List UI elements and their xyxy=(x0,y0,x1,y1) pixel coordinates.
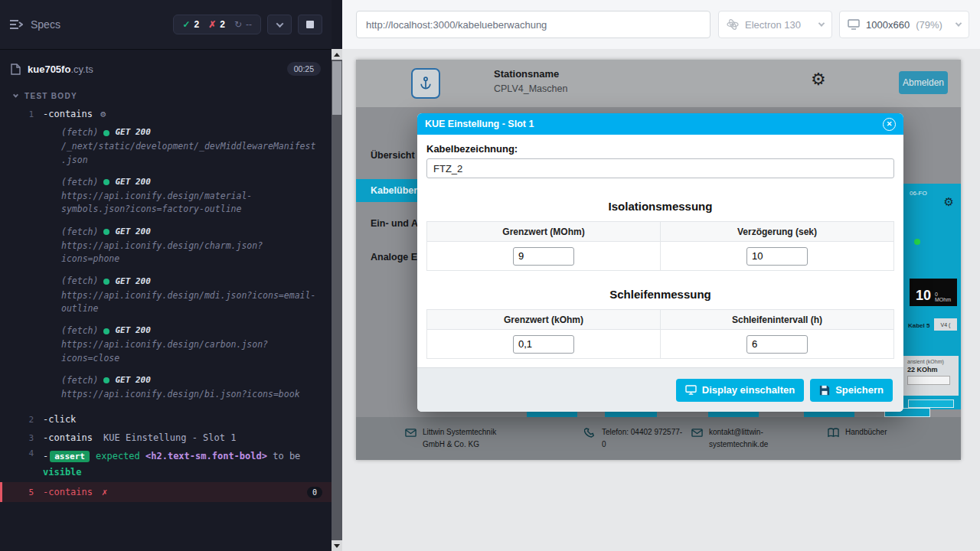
command-number: 5 xyxy=(2,487,43,497)
collapse-all-button[interactable] xyxy=(267,15,292,34)
specs-label[interactable]: Specs xyxy=(31,18,60,31)
settings-gear-icon[interactable]: ⚙ xyxy=(811,71,826,88)
assert-mid: to be xyxy=(273,451,300,461)
logout-button[interactable]: Abmelden xyxy=(899,71,948,94)
viewport-select[interactable]: 1000x660 (79%) xyxy=(839,11,969,38)
measurement-input[interactable] xyxy=(907,376,950,385)
close-icon[interactable]: ✕ xyxy=(883,118,896,131)
command-number: 4 xyxy=(0,448,43,458)
fetch-url: https://api.iconify.design/material-symb… xyxy=(61,190,318,217)
spec-row[interactable]: kue705fo.cy.ts 00:25 xyxy=(0,52,332,86)
iso-grenzwert-input[interactable] xyxy=(513,247,574,266)
electron-icon xyxy=(727,18,739,31)
chevron-down-icon xyxy=(818,20,825,26)
gear-icon[interactable]: ⚙ xyxy=(944,196,954,207)
modal-title: KUE Einstellung - Slot 1 xyxy=(425,119,534,129)
command-row-contains-failed[interactable]: 5 -contains ✗ 0 xyxy=(0,482,332,502)
app-header: Stationsname CPLV4_Maschen ⚙ Abmelden xyxy=(356,60,961,107)
fetch-log-entry[interactable]: (fetch)GET 200 https://api.iconify.desig… xyxy=(61,176,318,217)
viewport-size: 1000x660 xyxy=(866,19,910,31)
stat-pending: ↻-- xyxy=(234,19,252,30)
fetch-url: /_next/static/development/_devMiddleware… xyxy=(61,140,318,167)
assert-message: -assertexpected <h2.text-sm.font-bold> t… xyxy=(43,448,318,481)
nav-item-kabelueberwachung[interactable]: Kabelüberw xyxy=(356,179,426,202)
viewport-icon xyxy=(848,19,860,30)
fetch-log-entry[interactable]: (fetch)GET 200 /_next/static/development… xyxy=(61,126,318,167)
command-row-contains-1[interactable]: 1 -contains ⚙ xyxy=(0,105,332,123)
command-name: -click xyxy=(43,414,76,425)
spec-duration-badge: 00:25 xyxy=(287,62,321,76)
browser-select[interactable]: Electron 130 xyxy=(718,11,832,38)
status-dot-icon xyxy=(103,279,109,285)
fetch-label: (fetch) xyxy=(61,126,98,139)
cypress-reporter: Specs ✓2 ✗2 ↻-- kue705fo.cy.ts 00:25 TES… xyxy=(0,0,332,551)
measurement-value: 22 KOhm xyxy=(907,366,955,373)
save-icon xyxy=(819,385,830,396)
fetch-label: (fetch) xyxy=(61,374,98,387)
footer-manuals[interactable]: Handbücher xyxy=(828,426,887,439)
pending-count: -- xyxy=(246,19,252,30)
status-dot-icon xyxy=(103,377,109,383)
fetch-log-entry[interactable]: (fetch)GET 200 https://api.iconify.desig… xyxy=(61,374,318,402)
scroll-down-arrow[interactable] xyxy=(332,540,342,551)
loop-col-grenzwert: Grenzwert (kOhm) xyxy=(427,310,661,330)
loop-grenzwert-input[interactable] xyxy=(513,335,574,354)
iso-verzoegerung-input[interactable] xyxy=(746,247,808,266)
stop-tests-button[interactable] xyxy=(298,15,322,34)
page: Specs ✓2 ✗2 ↻-- kue705fo.cy.ts 00:25 TES… xyxy=(0,0,980,551)
aut-region: Stationsname CPLV4_Maschen ⚙ Abmelden Üb… xyxy=(342,49,980,551)
fetch-log-entry[interactable]: (fetch)GET 200 https://api.iconify.desig… xyxy=(61,275,318,315)
specs-menu-icon[interactable] xyxy=(9,19,23,30)
sidebar-scrollbar[interactable] xyxy=(332,49,342,551)
anchor-icon xyxy=(418,75,433,92)
command-row-click[interactable]: 2 -click xyxy=(0,410,332,429)
fetch-label: (fetch) xyxy=(61,176,98,189)
stop-icon xyxy=(306,21,314,28)
command-number: 2 xyxy=(0,415,43,425)
failed-count: 2 xyxy=(220,19,225,30)
modal-footer: Display einschalten Speichern xyxy=(417,367,903,412)
save-button[interactable]: Speichern xyxy=(810,379,893,402)
nav-item-uebersicht[interactable]: Übersicht xyxy=(371,150,415,161)
phone-text: Telefon: 04402 972577-0 xyxy=(602,426,684,450)
status-dot-icon xyxy=(103,130,109,136)
fetch-log-entry[interactable]: (fetch)GET 200 https://api.iconify.desig… xyxy=(61,226,318,266)
command-log: 1 -contains ⚙ (fetch)GET 200 /_next/stat… xyxy=(0,105,332,502)
measurement-display: 10 0 MOhm xyxy=(910,279,957,306)
nav-item-ein-und-ausgaenge[interactable]: Ein- und Au xyxy=(371,218,424,229)
loop-intervall-input[interactable] xyxy=(746,335,808,354)
triangle-up-icon xyxy=(334,53,340,57)
refresh-icon: ↻ xyxy=(234,19,242,30)
assert-badge: assert xyxy=(50,451,90,462)
footer-email[interactable]: kontakt@littwin-systemtechnik.de xyxy=(691,426,779,450)
cable-designation-label: Kabelbezeichnung: xyxy=(426,143,894,155)
test-body-section[interactable]: TEST BODY xyxy=(0,86,332,105)
url-input[interactable] xyxy=(356,11,710,38)
passed-count: 2 xyxy=(194,19,200,30)
isolation-table: Grenzwert (MOhm) Verzögerung (sek) xyxy=(426,221,894,271)
nav-item-analoge-eingaenge[interactable]: Analoge Ei xyxy=(371,252,420,262)
command-name: -contains xyxy=(43,109,93,119)
modal-body: Kabelbezeichnung: Isolationsmessung Gren… xyxy=(417,135,903,367)
panel-button[interactable] xyxy=(908,399,954,408)
fetch-url: https://api.iconify.design/mdi.json?icon… xyxy=(61,289,318,316)
command-number: 3 xyxy=(0,433,43,443)
browser-name: Electron 130 xyxy=(745,19,801,31)
cross-icon: ✗ xyxy=(208,19,216,30)
display-on-button[interactable]: Display einschalten xyxy=(676,379,804,402)
fetch-url: https://api.iconify.design/charm.json?ic… xyxy=(61,240,318,266)
status-dot-icon xyxy=(103,179,109,185)
cypress-sidebar: Specs ✓2 ✗2 ↻-- kue705fo.cy.ts 00:25 TES… xyxy=(0,0,342,551)
kue-settings-modal: KUE Einstellung - Slot 1 ✕ Kabelbezeichn… xyxy=(417,113,903,412)
assert-visible: visible xyxy=(43,467,82,478)
scrollbar-thumb[interactable] xyxy=(332,61,341,115)
command-row-contains-2[interactable]: 3 -contains KUE Einstellung - Slot 1 xyxy=(0,429,332,447)
email-text: kontakt@littwin-systemtechnik.de xyxy=(709,426,775,450)
cable-designation-input[interactable] xyxy=(426,158,894,178)
fetch-status: GET 200 xyxy=(115,276,150,289)
fetch-log-entry[interactable]: (fetch)GET 200 https://api.iconify.desig… xyxy=(61,324,318,365)
status-dot-icon xyxy=(103,229,109,235)
command-row-assert[interactable]: 4 -assertexpected <h2.text-sm.font-bold>… xyxy=(0,447,332,482)
fetch-label: (fetch) xyxy=(61,275,98,288)
scroll-up-arrow[interactable] xyxy=(332,49,342,60)
